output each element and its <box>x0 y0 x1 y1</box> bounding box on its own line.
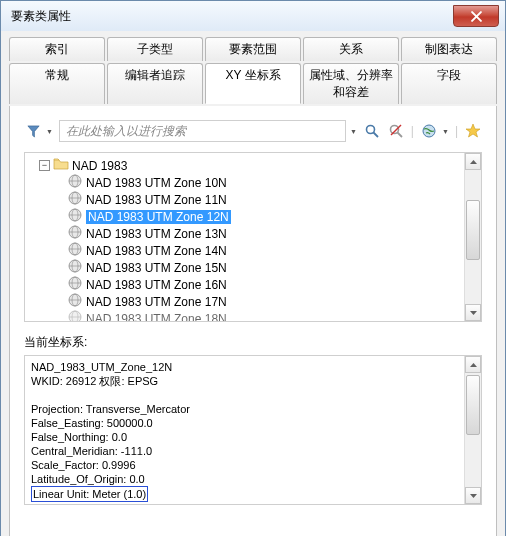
scroll-up-button[interactable] <box>465 356 481 373</box>
tree-item-label: NAD 1983 UTM Zone 12N <box>86 210 231 224</box>
current-coord-label: 当前坐标系: <box>24 334 482 351</box>
tab-editor-tracking[interactable]: 编辑者追踪 <box>107 63 203 104</box>
chevron-down-icon[interactable]: ▼ <box>46 128 53 135</box>
coord-tree: − NAD 1983 NAD 1983 UTM Zone 10N NAD 198… <box>24 152 482 322</box>
scroll-track[interactable] <box>465 170 481 304</box>
tree-item-label: NAD 1983 UTM Zone 10N <box>86 176 227 190</box>
scroll-thumb[interactable] <box>466 200 480 260</box>
details-box: NAD_1983_UTM_Zone_12N WKID: 26912 权限: EP… <box>24 355 482 505</box>
scroll-up-button[interactable] <box>465 153 481 170</box>
chevron-down-icon <box>470 494 477 498</box>
tree-item-label: NAD 1983 UTM Zone 17N <box>86 295 227 309</box>
clear-icon <box>388 123 404 139</box>
tab-extent[interactable]: 要素范围 <box>205 37 301 61</box>
tree-item[interactable]: NAD 1983 UTM Zone 10N <box>25 174 464 191</box>
titlebar: 要素类属性 <box>1 1 505 31</box>
tab-index[interactable]: 索引 <box>9 37 105 61</box>
tree-root-row[interactable]: − NAD 1983 <box>25 157 464 174</box>
tab-subtype[interactable]: 子类型 <box>107 37 203 61</box>
tree-item[interactable]: NAD 1983 UTM Zone 13N <box>25 225 464 242</box>
close-button[interactable] <box>453 5 499 27</box>
collapse-icon[interactable]: − <box>39 160 50 171</box>
dialog-content: 索引 子类型 要素范围 关系 制图表达 常规 编辑者追踪 XY 坐标系 属性域、… <box>1 31 505 536</box>
tree-item-label: NAD 1983 UTM Zone 11N <box>86 193 227 207</box>
favorite-button[interactable] <box>464 122 482 140</box>
filter-icon <box>26 124 41 139</box>
details-highlight: Linear Unit: Meter (1.0) <box>31 486 458 502</box>
details-line <box>31 388 458 402</box>
tree-item[interactable]: NAD 1983 UTM Zone 15N <box>25 259 464 276</box>
chevron-down-icon[interactable]: ▼ <box>350 128 357 135</box>
clear-button[interactable] <box>387 122 405 140</box>
tab-xy-coord[interactable]: XY 坐标系 <box>205 63 301 104</box>
scroll-down-button[interactable] <box>465 304 481 321</box>
search-button[interactable] <box>363 122 381 140</box>
chevron-down-icon[interactable]: ▼ <box>442 128 449 135</box>
svg-line-3 <box>397 133 402 138</box>
tree-content: − NAD 1983 NAD 1983 UTM Zone 10N NAD 198… <box>25 153 464 321</box>
details-line: WKID: 26912 权限: EPSG <box>31 374 458 388</box>
tree-item-label: NAD 1983 UTM Zone 14N <box>86 244 227 258</box>
svg-line-1 <box>373 133 378 138</box>
tab-cartography[interactable]: 制图表达 <box>401 37 497 61</box>
details-line: Central_Meridian: -111.0 <box>31 444 458 458</box>
svg-point-0 <box>366 126 374 134</box>
tree-item[interactable]: NAD 1983 UTM Zone 17N <box>25 293 464 310</box>
tab-general[interactable]: 常规 <box>9 63 105 104</box>
scroll-down-button[interactable] <box>465 487 481 504</box>
globe-tool-icon <box>421 123 437 139</box>
tab-row-2: 常规 编辑者追踪 XY 坐标系 属性域、分辨率和容差 字段 <box>9 63 497 104</box>
details-scrollbar[interactable] <box>464 356 481 504</box>
details-line: Latitude_Of_Origin: 0.0 <box>31 472 458 486</box>
tree-item[interactable]: NAD 1983 UTM Zone 18N <box>25 310 464 321</box>
close-icon <box>471 11 482 22</box>
chevron-up-icon <box>470 363 477 367</box>
filter-button[interactable] <box>24 122 42 140</box>
tree-item[interactable]: NAD 1983 UTM Zone 11N <box>25 191 464 208</box>
scroll-thumb[interactable] <box>466 375 480 435</box>
details-line: Projection: Transverse_Mercator <box>31 402 458 416</box>
details-line: False_Northing: 0.0 <box>31 430 458 444</box>
svg-point-30 <box>69 311 81 321</box>
chevron-up-icon <box>470 160 477 164</box>
scroll-track[interactable] <box>465 373 481 487</box>
search-icon <box>364 123 380 139</box>
details-line: Scale_Factor: 0.9996 <box>31 458 458 472</box>
details-line: NAD_1983_UTM_Zone_12N <box>31 360 458 374</box>
tree-item[interactable]: NAD 1983 UTM Zone 14N <box>25 242 464 259</box>
star-icon <box>465 123 481 139</box>
toolbar: ▼ ▼ | ▼ | <box>24 120 482 142</box>
tab-panel: ▼ ▼ | ▼ | <box>9 106 497 536</box>
tree-item[interactable]: NAD 1983 UTM Zone 16N <box>25 276 464 293</box>
search-input[interactable] <box>59 120 346 142</box>
tree-item-label: NAD 1983 UTM Zone 13N <box>86 227 227 241</box>
tree-root-label: NAD 1983 <box>72 159 127 173</box>
globe-tool-button[interactable] <box>420 122 438 140</box>
tab-relation[interactable]: 关系 <box>303 37 399 61</box>
tree-item-label: NAD 1983 UTM Zone 16N <box>86 278 227 292</box>
tree-item-label: NAD 1983 UTM Zone 15N <box>86 261 227 275</box>
globe-icon <box>67 309 83 321</box>
tree-scrollbar[interactable] <box>464 153 481 321</box>
details-line: False_Easting: 500000.0 <box>31 416 458 430</box>
window-title: 要素类属性 <box>11 8 71 25</box>
details-content: NAD_1983_UTM_Zone_12N WKID: 26912 权限: EP… <box>25 356 464 504</box>
tab-domain-res[interactable]: 属性域、分辨率和容差 <box>303 63 399 104</box>
tree-item-selected[interactable]: NAD 1983 UTM Zone 12N <box>25 208 464 225</box>
tab-row-1: 索引 子类型 要素范围 关系 制图表达 <box>9 37 497 61</box>
chevron-down-icon <box>470 311 477 315</box>
dialog-window: 要素类属性 索引 子类型 要素范围 关系 制图表达 常规 编辑者追踪 XY 坐标… <box>0 0 506 536</box>
tab-fields[interactable]: 字段 <box>401 63 497 104</box>
tree-item-label: NAD 1983 UTM Zone 18N <box>86 312 227 322</box>
